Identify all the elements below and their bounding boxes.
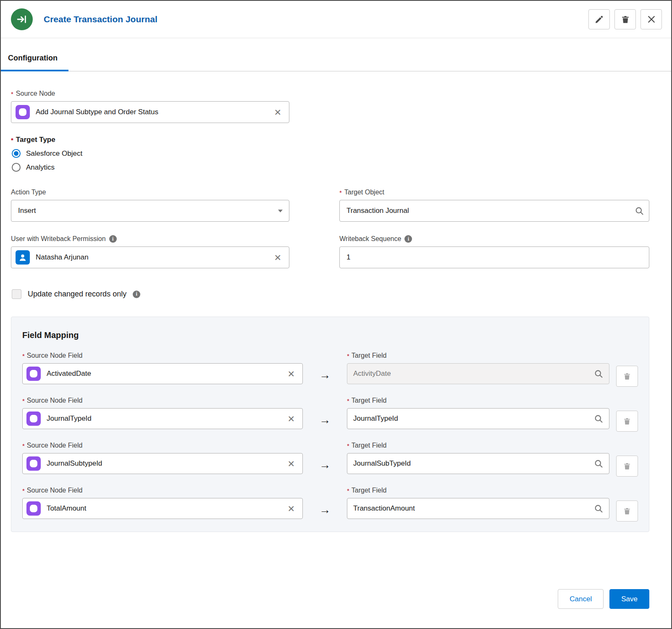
close-icon — [648, 16, 655, 23]
source-node-value: Add Journal Subtype and Order Status — [36, 108, 265, 116]
field-mapping-title: Field Mapping — [22, 330, 638, 340]
action-type-value: Insert — [18, 207, 271, 215]
action-type-select[interactable]: Insert — [11, 200, 289, 222]
field-mapping-row: * Source Node Field TotalAmount ✕ → * Ta… — [22, 487, 638, 522]
pencil-icon — [595, 15, 604, 24]
configuration-panel: * Source Node Add Journal Subtype and Or… — [1, 71, 671, 578]
clear-user-button[interactable]: ✕ — [271, 252, 284, 263]
writeback-user-value: Natasha Arjunan — [36, 253, 265, 262]
writeback-user-input[interactable]: Natasha Arjunan ✕ — [11, 246, 289, 268]
tab-bar: Configuration — [1, 38, 671, 71]
clear-icon[interactable]: ✕ — [285, 414, 297, 424]
search-icon — [594, 414, 603, 423]
source-field-input[interactable]: TotalAmount ✕ — [22, 498, 303, 519]
node-icon — [26, 501, 41, 516]
source-node-field-label: * Source Node Field — [22, 397, 303, 404]
target-object-input[interactable]: Transaction Journal — [339, 200, 649, 222]
arrow-icon: → — [303, 487, 347, 516]
delete-mapping-button[interactable] — [616, 501, 638, 522]
target-field-label: * Target Field — [347, 352, 609, 359]
radio-salesforce-object[interactable]: Salesforce Object — [12, 149, 649, 158]
chevron-down-icon — [277, 207, 284, 215]
node-icon — [26, 456, 41, 471]
trash-icon — [623, 417, 631, 425]
search-icon — [594, 370, 603, 378]
radio-checked-icon — [12, 149, 21, 158]
update-changed-checkbox[interactable] — [12, 289, 21, 299]
delete-mapping-button[interactable] — [616, 366, 638, 387]
delete-button[interactable] — [614, 9, 636, 29]
source-node-field-label: * Source Node Field — [22, 352, 303, 359]
node-icon — [26, 411, 41, 426]
user-avatar-icon — [16, 250, 30, 265]
info-icon[interactable] — [109, 235, 117, 243]
search-icon — [635, 207, 644, 215]
arrow-icon: → — [303, 397, 347, 427]
target-type-label: * Target Type — [11, 136, 649, 144]
target-field-input[interactable]: TransactionAmount — [347, 498, 609, 519]
source-node-field-label: * Source Node Field — [22, 442, 303, 449]
trash-icon — [621, 15, 630, 24]
search-icon — [594, 504, 603, 513]
arrow-icon: → — [303, 442, 347, 472]
clear-icon: ✕ — [274, 253, 281, 262]
radio-analytics[interactable]: Analytics — [12, 163, 649, 172]
field-mapping-row: * Source Node Field JournalSubtypeId ✕ →… — [22, 442, 638, 477]
clear-icon: ✕ — [274, 107, 281, 117]
clear-icon[interactable]: ✕ — [285, 503, 297, 514]
radio-unchecked-icon — [12, 163, 21, 172]
page-title: Create Transaction Journal — [44, 14, 158, 24]
create-transaction-journal-dialog: Create Transaction Journal — [0, 0, 672, 629]
target-field-input[interactable]: JournalTypeId — [347, 408, 609, 429]
search-icon — [594, 459, 603, 468]
info-icon[interactable] — [404, 235, 412, 243]
source-node-input[interactable]: Add Journal Subtype and Order Status ✕ — [11, 101, 289, 123]
source-field-input[interactable]: JournalSubtypeId ✕ — [22, 453, 303, 474]
target-object-value: Transaction Journal — [346, 207, 629, 215]
dialog-header: Create Transaction Journal — [1, 1, 671, 38]
cancel-button[interactable]: Cancel — [558, 589, 604, 609]
target-object-label: * Target Object — [339, 189, 649, 196]
save-button[interactable]: Save — [609, 589, 649, 609]
close-button[interactable] — [640, 9, 662, 29]
clear-icon[interactable]: ✕ — [285, 369, 297, 379]
dialog-footer: Cancel Save — [1, 578, 671, 628]
action-type-label: Action Type — [11, 189, 289, 196]
source-field-input[interactable]: JournalTypeId ✕ — [22, 408, 303, 429]
node-icon — [16, 105, 30, 119]
trash-icon — [623, 507, 631, 515]
source-node-field-label: * Source Node Field — [22, 487, 303, 494]
info-icon[interactable] — [133, 291, 140, 298]
update-changed-row: Update changed records only — [12, 289, 649, 299]
target-field-input[interactable]: JournalSubTypeId — [347, 453, 609, 474]
writeback-user-label: User with Writeback Permission — [11, 235, 289, 243]
writeback-icon — [11, 8, 33, 30]
radio-label: Salesforce Object — [26, 149, 82, 158]
required-asterisk: * — [11, 90, 13, 97]
clear-icon[interactable]: ✕ — [285, 459, 297, 469]
update-changed-label: Update changed records only — [28, 290, 126, 299]
clear-source-node-button[interactable]: ✕ — [271, 107, 284, 118]
delete-mapping-button[interactable] — [616, 456, 638, 477]
trash-icon — [623, 462, 631, 470]
writeback-sequence-label: Writeback Sequence — [339, 235, 649, 243]
required-asterisk: * — [339, 189, 342, 196]
required-asterisk: * — [11, 136, 13, 144]
radio-label: Analytics — [26, 163, 55, 172]
writeback-sequence-input[interactable] — [339, 246, 649, 268]
source-node-label: * Source Node — [11, 90, 649, 97]
delete-mapping-button[interactable] — [616, 411, 638, 432]
field-mapping-row: * Source Node Field ActivatedDate ✕ → * … — [22, 352, 638, 387]
source-field-input[interactable]: ActivatedDate ✕ — [22, 363, 303, 384]
trash-icon — [623, 372, 631, 380]
tab-configuration[interactable]: Configuration — [1, 54, 68, 71]
field-mapping-section: Field Mapping * Source Node Field Activa… — [11, 317, 649, 532]
target-field-label: * Target Field — [347, 442, 609, 449]
arrow-icon: → — [303, 352, 347, 382]
node-icon — [26, 367, 41, 381]
target-field-label: * Target Field — [347, 397, 609, 404]
field-mapping-row: * Source Node Field JournalTypeId ✕ → * … — [22, 397, 638, 432]
target-field-label: * Target Field — [347, 487, 609, 494]
target-field-input[interactable]: ActivityDate — [347, 363, 609, 384]
edit-button[interactable] — [588, 9, 610, 29]
